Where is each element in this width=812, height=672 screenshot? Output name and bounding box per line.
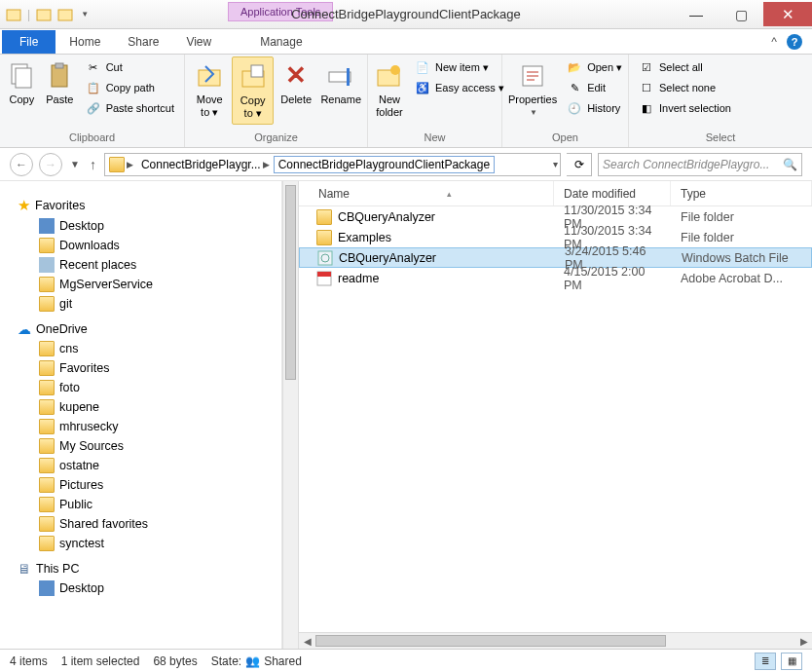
tree-mgserverservice[interactable]: MgServerService xyxy=(0,275,281,294)
tree-mhrusecky[interactable]: mhrusecky xyxy=(0,417,281,436)
tree-kupene[interactable]: kupene xyxy=(0,397,281,417)
tree-favorites2[interactable]: Favorites xyxy=(0,358,281,378)
file-row[interactable]: readme4/15/2015 2:00 PMAdobe Acrobat D..… xyxy=(299,268,812,288)
tree-desktop[interactable]: Desktop xyxy=(0,216,281,236)
recent-icon xyxy=(39,257,55,273)
copy-path-button[interactable]: 📋Copy path xyxy=(84,79,176,96)
home-tab[interactable]: Home xyxy=(55,28,114,54)
rename-button[interactable]: Rename xyxy=(318,56,363,110)
file-tab[interactable]: File xyxy=(2,30,55,54)
tree-mysources[interactable]: My Sources xyxy=(0,436,281,456)
icons-view-button[interactable]: ▦ xyxy=(781,653,802,670)
tree-desktop2[interactable]: Desktop xyxy=(0,579,281,598)
copy-to-button[interactable]: Copy to ▾ xyxy=(232,56,274,125)
tree-onedrive[interactable]: ☁OneDrive xyxy=(0,319,281,339)
column-date[interactable]: Date modified xyxy=(554,181,671,205)
tree-thispc[interactable]: 🖥This PC xyxy=(0,559,281,579)
tree-synctest[interactable]: synctest xyxy=(0,534,281,553)
forward-button[interactable]: → xyxy=(39,153,62,176)
tree-recent-places[interactable]: Recent places xyxy=(0,255,281,275)
delete-button[interactable]: ✕ Delete xyxy=(276,56,316,110)
tree-shared-favorites[interactable]: Shared favorites xyxy=(0,514,281,534)
tree-pictures[interactable]: Pictures xyxy=(0,475,281,495)
column-name[interactable]: Name▴ xyxy=(299,181,554,205)
paste-button[interactable]: Paste xyxy=(42,56,78,110)
properties-button[interactable]: Properties▼ xyxy=(506,56,559,122)
help-icon[interactable]: ? xyxy=(787,34,802,50)
status-state-label: State: xyxy=(211,654,241,668)
invert-selection-button[interactable]: ◧Invert selection xyxy=(637,99,733,117)
breadcrumb[interactable]: ▶ ConnectBridgePlaygr...▶ ConnectBridgeP… xyxy=(104,153,561,176)
star-icon: ★ xyxy=(18,197,30,214)
tree-git[interactable]: git xyxy=(0,294,281,314)
folder-icon xyxy=(39,536,55,551)
select-group-label: Select xyxy=(633,130,808,145)
new-item-button[interactable]: 📄New item ▾ xyxy=(413,58,506,76)
maximize-button[interactable]: ▢ xyxy=(719,2,763,26)
new-folder-button[interactable]: New folder xyxy=(372,56,407,123)
select-all-button[interactable]: ☑Select all xyxy=(637,58,733,76)
column-type[interactable]: Type xyxy=(671,181,812,205)
minimize-button[interactable]: — xyxy=(674,2,719,26)
clipboard-group-label: Clipboard xyxy=(4,130,180,145)
open-group-label: Open xyxy=(506,130,624,145)
breadcrumb-seg1[interactable]: ConnectBridgePlaygr... xyxy=(141,158,261,171)
folder-icon xyxy=(39,296,55,312)
easy-access-icon: ♿ xyxy=(415,80,430,95)
select-none-icon: ☐ xyxy=(639,80,654,95)
file-name: readme xyxy=(338,272,379,285)
svg-rect-1 xyxy=(37,10,51,20)
status-selected: 1 item selected xyxy=(61,654,140,668)
qat-dropdown-icon[interactable]: ▼ xyxy=(81,10,89,19)
folder-new-qat-icon[interactable] xyxy=(36,7,52,22)
chevron-right-icon: ▶ xyxy=(263,160,270,169)
select-none-button[interactable]: ☐Select none xyxy=(637,79,733,96)
easy-access-button[interactable]: ♿Easy access ▾ xyxy=(413,79,506,96)
collapse-ribbon-icon[interactable]: ^ xyxy=(771,35,777,49)
scroll-left-icon[interactable]: ◀ xyxy=(299,636,315,647)
refresh-icon: ⟳ xyxy=(574,158,584,171)
edit-button[interactable]: ✎Edit xyxy=(565,79,624,96)
tree-favorites[interactable]: ★Favorites xyxy=(0,195,281,216)
invert-selection-icon: ◧ xyxy=(639,100,654,116)
open-button[interactable]: 📂Open ▾ xyxy=(565,58,624,76)
copy-button[interactable]: Copy xyxy=(4,56,40,110)
details-view-button[interactable]: ≣ xyxy=(755,653,776,670)
tree-downloads[interactable]: Downloads xyxy=(0,236,281,255)
pc-icon: 🖥 xyxy=(18,561,31,577)
folder-icon xyxy=(39,516,55,532)
file-type: File folder xyxy=(671,231,812,244)
tree-ostatne[interactable]: ostatne xyxy=(0,456,281,475)
folder-qat-icon[interactable] xyxy=(57,7,73,22)
breadcrumb-seg2[interactable]: ConnectBridgePlaygroundClientPackage xyxy=(278,158,490,171)
up-button[interactable]: ↑ xyxy=(88,157,98,172)
back-button[interactable]: ← xyxy=(10,153,33,176)
tree-public[interactable]: Public xyxy=(0,495,281,514)
file-type: Adobe Acrobat D... xyxy=(671,272,812,285)
sort-indicator-icon: ▴ xyxy=(447,189,452,199)
history-button[interactable]: 🕘History xyxy=(565,99,624,117)
tree-cns[interactable]: cns xyxy=(0,339,281,358)
close-button[interactable]: ✕ xyxy=(763,2,812,26)
view-tab[interactable]: View xyxy=(172,30,225,54)
list-scrollbar[interactable]: ◀ ▶ xyxy=(299,632,812,649)
cut-button[interactable]: ✂Cut xyxy=(84,58,176,76)
desktop-icon xyxy=(39,218,55,234)
folder-icon xyxy=(39,341,55,356)
share-tab[interactable]: Share xyxy=(114,30,172,54)
refresh-button[interactable]: ⟳ xyxy=(567,153,592,176)
tree-foto[interactable]: foto xyxy=(0,378,281,397)
move-to-button[interactable]: Move to ▾ xyxy=(189,56,230,123)
search-input[interactable]: Search ConnectBridgePlaygro... 🔍 xyxy=(598,153,802,176)
new-group-label: New xyxy=(372,130,498,145)
recent-locations-button[interactable]: ▼ xyxy=(68,159,82,169)
scroll-right-icon[interactable]: ▶ xyxy=(795,636,812,647)
manage-tab[interactable]: Manage xyxy=(246,30,315,54)
file-type: File folder xyxy=(671,210,812,224)
svg-rect-6 xyxy=(55,63,63,68)
search-icon: 🔍 xyxy=(783,158,797,171)
paste-shortcut-button[interactable]: 🔗Paste shortcut xyxy=(84,99,176,117)
nav-scrollbar[interactable] xyxy=(282,181,299,649)
address-dropdown-icon[interactable]: ▾ xyxy=(551,159,560,169)
navigation-pane[interactable]: ★Favorites Desktop Downloads Recent plac… xyxy=(0,181,282,649)
